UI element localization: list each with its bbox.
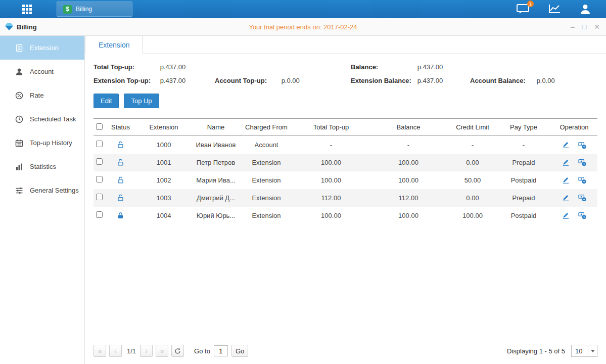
cell-extension: 1000 (134, 136, 193, 154)
first-page-button[interactable]: « (94, 345, 106, 357)
top-up-button[interactable]: Top Up (124, 94, 159, 108)
row-checkbox[interactable] (96, 158, 103, 165)
cell-name: Иван Иванов (193, 136, 239, 154)
cell-total-topup: 100.00 (294, 154, 368, 171)
total-topup-label: Total Top-up: (94, 63, 158, 71)
prev-page-button[interactable]: ‹ (109, 345, 122, 357)
top-up-row-icon[interactable] (578, 194, 586, 202)
top-up-row-icon[interactable] (578, 176, 586, 184)
top-up-row-icon[interactable] (578, 158, 586, 166)
close-icon[interactable]: ✕ (594, 23, 600, 30)
sidebar-item-label: Extension (30, 44, 59, 52)
col-credit-limit: Credit Limit (449, 119, 496, 136)
select-all-checkbox[interactable] (96, 123, 103, 130)
account-topup-field: Account Top-up: p.0.00 (215, 77, 351, 84)
cell-credit-limit: 50.00 (449, 171, 496, 189)
messages-button[interactable]: 1 (517, 4, 529, 14)
edit-row-icon[interactable] (562, 176, 570, 184)
goto-label: Go to (194, 347, 210, 355)
sidebar-item-label: Account (30, 68, 54, 75)
unlocked-icon (117, 194, 124, 202)
cell-balance: 100.00 (368, 171, 449, 189)
col-total-topup: Total Top-up (294, 119, 368, 136)
go-button[interactable]: Go (231, 345, 248, 357)
main-content: Extension Total Top-up: p.437.00 Balance… (85, 36, 606, 364)
clock-icon (15, 115, 23, 123)
unlocked-icon (117, 141, 124, 149)
sidebar-item-account[interactable]: Account (0, 60, 84, 83)
cell-pay-type: Prepaid (496, 189, 551, 207)
cell-total-topup: - (294, 136, 368, 154)
tab-extension[interactable]: Extension (85, 36, 143, 54)
extension-table: Status Extension Name Charged From Total… (94, 118, 597, 224)
sidebar-item-label: Scheduled Task (30, 115, 76, 123)
cell-credit-limit: 100.00 (449, 207, 496, 224)
notification-badge: 1 (527, 1, 534, 7)
cell-balance: 100.00 (368, 154, 449, 171)
cell-name: Мария Ива... (193, 171, 239, 189)
cell-pay-type: Postpaid (496, 171, 551, 189)
window-controls: – □ ✕ (571, 23, 600, 30)
page-size-select[interactable]: 10 (571, 345, 597, 357)
account-balance-value: p.0.00 (537, 77, 555, 84)
edit-button[interactable]: Edit (94, 94, 119, 108)
col-status: Status (107, 119, 134, 136)
extension-topup-value: p.437.00 (160, 77, 186, 84)
cell-credit-limit: - (449, 136, 496, 154)
row-checkbox[interactable] (96, 141, 103, 147)
minimize-icon[interactable]: – (571, 23, 575, 30)
row-checkbox[interactable] (96, 176, 103, 183)
goto-page-input[interactable] (214, 345, 228, 356)
cell-charged-from: Extension (239, 154, 294, 171)
apps-grid-glyph (22, 5, 32, 14)
sidebar-item-statistics[interactable]: Statistics (0, 155, 84, 178)
row-checkbox[interactable] (96, 211, 103, 218)
unlocked-icon (117, 159, 124, 166)
extension-balance-value: p.437.00 (417, 77, 443, 84)
statistics-button[interactable] (548, 4, 561, 14)
account-button[interactable] (580, 4, 591, 15)
taskbar-billing-tab[interactable]: $ Billing (57, 2, 132, 17)
sidebar-item-scheduled-task[interactable]: Scheduled Task (0, 107, 84, 131)
edit-row-icon[interactable] (562, 194, 570, 202)
table-row: 1001 Петр Петров Extension 100.00 100.00… (94, 154, 597, 171)
goto-group: Go to Go (194, 345, 248, 357)
col-extension: Extension (134, 119, 193, 136)
row-checkbox[interactable] (96, 194, 103, 200)
taskbar: $ Billing 1 (0, 0, 606, 18)
sidebar-item-label: General Settings (30, 187, 79, 194)
top-up-row-icon[interactable] (578, 141, 586, 149)
maximize-icon[interactable]: □ (582, 23, 586, 30)
edit-row-icon[interactable] (562, 159, 570, 166)
edit-row-icon[interactable] (562, 212, 570, 219)
settings-sliders-icon (15, 187, 23, 195)
top-up-row-icon[interactable] (578, 211, 586, 219)
sidebar-item-topup-history[interactable]: Top-up History (0, 131, 84, 155)
sidebar-item-general-settings[interactable]: General Settings (0, 178, 84, 202)
table-row: 1004 Юрий Юрь... Extension 100.00 100.00… (94, 207, 597, 224)
cell-credit-limit: 0.00 (449, 154, 496, 171)
calendar-icon (15, 139, 23, 147)
refresh-button[interactable] (171, 345, 184, 357)
displaying-text: Displaying 1 - 5 of 5 (507, 347, 565, 355)
edit-row-icon[interactable] (562, 141, 570, 149)
account-topup-label: Account Top-up: (215, 77, 279, 84)
extension-balance-label: Extension Balance: (351, 77, 415, 84)
cell-credit-limit: 0.00 (449, 189, 496, 207)
extension-topup-field: Extension Top-up: p.437.00 (94, 77, 215, 84)
bar-chart-icon (15, 163, 23, 171)
cell-extension: 1003 (134, 189, 193, 207)
cell-total-topup: 112.00 (294, 189, 368, 207)
sidebar-item-label: Rate (30, 92, 43, 99)
sidebar-item-rate[interactable]: Rate (0, 83, 84, 107)
next-page-button[interactable]: › (140, 345, 153, 357)
window-title-group: Billing (5, 23, 37, 31)
cell-charged-from: Account (239, 136, 294, 154)
page-info: 1/1 (127, 347, 136, 355)
trial-notice: Your trial period ends on: 2017-02-24 (249, 23, 357, 31)
apps-grid-icon[interactable] (20, 3, 33, 16)
cell-extension: 1004 (134, 207, 193, 224)
cell-charged-from: Extension (239, 171, 294, 189)
sidebar-item-extension[interactable]: Extension (0, 36, 84, 60)
last-page-button[interactable]: » (156, 345, 168, 357)
